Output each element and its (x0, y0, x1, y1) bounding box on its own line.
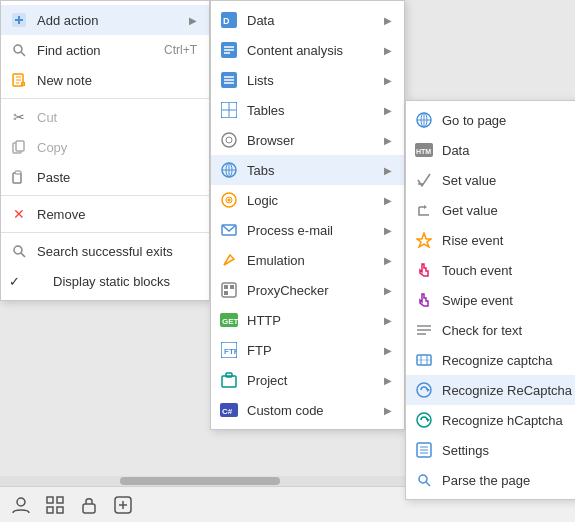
lists-icon (219, 70, 239, 90)
menu-item-browser[interactable]: Browser ▶ (211, 125, 404, 155)
menu-item-rise-event[interactable]: Rise event (406, 225, 575, 255)
touch-event-label: Touch event (442, 263, 572, 278)
menu-item-find-action[interactable]: Find action Ctrl+T (1, 35, 209, 65)
menu-item-display-blocks[interactable]: ✓ Display static blocks (1, 266, 209, 296)
menu-item-emulation[interactable]: Emulation ▶ (211, 245, 404, 275)
get-value-icon (414, 200, 434, 220)
menu-item-logic[interactable]: Logic ▶ (211, 185, 404, 215)
menu-item-swipe-event[interactable]: Swipe event (406, 285, 575, 315)
menu-item-recognize-captcha[interactable]: Recognize captcha (406, 345, 575, 375)
menu-item-get-value[interactable]: Get value (406, 195, 575, 225)
add-icon (9, 10, 29, 30)
content-analysis-label: Content analysis (247, 43, 376, 58)
svg-text:C#: C# (222, 407, 233, 416)
svg-text:D: D (223, 16, 230, 26)
menu-item-settings[interactable]: Settings (406, 435, 575, 465)
menu-item-touch-event[interactable]: Touch event (406, 255, 575, 285)
user-icon[interactable] (10, 494, 32, 516)
svg-point-3 (14, 45, 22, 53)
note-icon (9, 70, 29, 90)
ftp-label: FTP (247, 343, 376, 358)
add-action-arrow: ▶ (189, 15, 197, 26)
blocks-icon (29, 271, 45, 291)
add-action-label: Add action (37, 13, 181, 28)
search-exits-icon (9, 241, 29, 261)
menu-item-cut[interactable]: ✂ Cut (1, 102, 209, 132)
add-icon[interactable] (112, 494, 134, 516)
menu-item-process-email[interactable]: Process e-mail ▶ (211, 215, 404, 245)
menu-item-copy[interactable]: Copy (1, 132, 209, 162)
menu-level-2: D Data ▶ Content analysis ▶ (210, 0, 405, 430)
remove-label: Remove (37, 207, 197, 222)
divider-2 (1, 195, 209, 196)
menu-item-data[interactable]: D Data ▶ (211, 5, 404, 35)
http-arrow: ▶ (384, 315, 392, 326)
rise-event-icon (414, 230, 434, 250)
go-to-page-label: Go to page (442, 113, 572, 128)
menu-item-parse-page[interactable]: Parse the page (406, 465, 575, 495)
search-exits-label: Search successful exits (37, 244, 197, 259)
check-text-icon (414, 320, 434, 340)
rise-event-label: Rise event (442, 233, 572, 248)
menu-item-recognize-hcaptcha[interactable]: Recognize hCaptcha (406, 405, 575, 435)
svg-point-74 (17, 498, 25, 506)
menu-item-project[interactable]: Project ▶ (211, 365, 404, 395)
menu-item-paste[interactable]: Paste (1, 162, 209, 192)
recognize-recaptcha-label: Recognize ReCaptcha (442, 383, 572, 398)
paste-icon (9, 167, 29, 187)
http-label: HTTP (247, 313, 376, 328)
browser-arrow: ▶ (384, 135, 392, 146)
menu-item-custom-code[interactable]: C# Custom code ▶ (211, 395, 404, 425)
svg-rect-77 (47, 507, 53, 513)
svg-rect-76 (57, 497, 63, 503)
menu-item-htm-data[interactable]: HTM Data (406, 135, 575, 165)
menu-item-set-value[interactable]: Set value (406, 165, 575, 195)
parse-page-label: Parse the page (442, 473, 572, 488)
menu-item-new-note[interactable]: New note (1, 65, 209, 95)
ftp-arrow: ▶ (384, 345, 392, 356)
process-email-arrow: ▶ (384, 225, 392, 236)
menu-item-go-to-page[interactable]: Go to page (406, 105, 575, 135)
divider-3 (1, 232, 209, 233)
svg-line-73 (426, 482, 430, 486)
menu-item-lists[interactable]: Lists ▶ (211, 65, 404, 95)
emulation-icon (219, 250, 239, 270)
cut-label: Cut (37, 110, 197, 125)
svg-point-31 (226, 137, 232, 143)
menu-level-3: Go to page HTM Data Set value (405, 100, 575, 500)
svg-point-38 (228, 199, 231, 202)
settings-label: Settings (442, 443, 572, 458)
scrollbar-thumb[interactable] (120, 477, 280, 485)
swipe-event-icon (414, 290, 434, 310)
menu-item-recognize-recaptcha[interactable]: Recognize ReCaptcha (406, 375, 575, 405)
find-action-shortcut: Ctrl+T (164, 43, 197, 57)
parse-page-icon (414, 470, 434, 490)
menu-item-http[interactable]: GET HTTP ▶ (211, 305, 404, 335)
menu-item-tables[interactable]: Tables ▶ (211, 95, 404, 125)
menu-item-remove[interactable]: ✕ Remove (1, 199, 209, 229)
recognize-captcha-label: Recognize captcha (442, 353, 572, 368)
project-label: Project (247, 373, 376, 388)
menu-item-ftp[interactable]: FTP FTP ▶ (211, 335, 404, 365)
cut-icon: ✂ (9, 107, 29, 127)
lock-icon[interactable] (78, 494, 100, 516)
custom-code-label: Custom code (247, 403, 376, 418)
logic-arrow: ▶ (384, 195, 392, 206)
svg-text:GET: GET (222, 317, 238, 326)
data-arrow: ▶ (384, 15, 392, 26)
menu-item-add-action[interactable]: Add action ▶ (1, 5, 209, 35)
menu-item-search-exits[interactable]: Search successful exits (1, 236, 209, 266)
menu-item-content-analysis[interactable]: Content analysis ▶ (211, 35, 404, 65)
svg-rect-42 (230, 285, 234, 289)
logic-label: Logic (247, 193, 376, 208)
settings-icon (414, 440, 434, 460)
grid-icon[interactable] (44, 494, 66, 516)
svg-line-4 (21, 52, 25, 56)
menu-item-tabs[interactable]: Tabs ▶ (211, 155, 404, 185)
svg-text:HTM: HTM (416, 148, 431, 155)
menu-item-proxychecker[interactable]: ProxyChecker ▶ (211, 275, 404, 305)
check-text-label: Check for text (442, 323, 572, 338)
menu-item-check-for-text[interactable]: Check for text (406, 315, 575, 345)
swipe-event-label: Swipe event (442, 293, 572, 308)
proxychecker-arrow: ▶ (384, 285, 392, 296)
